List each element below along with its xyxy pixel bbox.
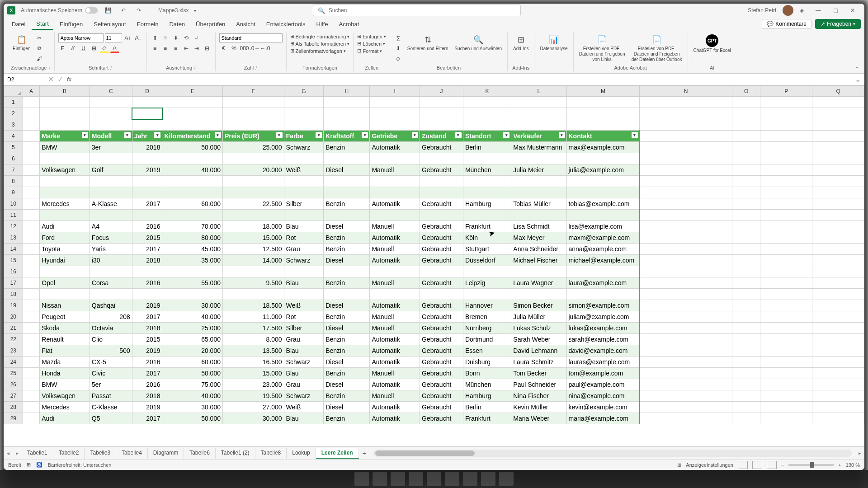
cell[interactable] (760, 187, 812, 198)
cell[interactable] (40, 289, 90, 300)
cell[interactable]: 18.000 (222, 221, 284, 232)
cell[interactable] (732, 345, 760, 357)
cell[interactable] (760, 289, 812, 300)
cell[interactable] (324, 187, 370, 198)
cell[interactable] (812, 345, 864, 357)
add-sheet-button[interactable]: + (359, 450, 370, 457)
cell[interactable] (222, 187, 284, 198)
cell[interactable] (640, 289, 732, 300)
cell[interactable] (23, 131, 40, 142)
cell[interactable] (760, 390, 812, 402)
cell[interactable]: Blau (284, 277, 324, 289)
cell[interactable]: Audi (40, 413, 90, 424)
cell[interactable]: Kraftstoff (324, 131, 370, 142)
cell[interactable]: 30.000 (162, 402, 223, 413)
row-header[interactable]: 22 (4, 334, 23, 345)
row-header[interactable]: 16 (4, 266, 23, 277)
cell[interactable]: 35.000 (162, 255, 223, 266)
cell[interactable] (420, 176, 463, 187)
cell[interactable] (812, 142, 864, 153)
decrease-font-button[interactable]: A↓ (134, 33, 143, 42)
cell[interactable]: Farbe (284, 131, 324, 142)
insert-cells-button[interactable]: ⊞Einfügen▾ (357, 33, 386, 39)
cell[interactable] (812, 108, 864, 119)
cell[interactable] (23, 277, 40, 289)
cell[interactable] (324, 210, 370, 221)
cell[interactable] (760, 323, 812, 334)
cell[interactable] (640, 255, 732, 266)
cell[interactable]: Manuell (370, 244, 420, 255)
cell[interactable] (732, 176, 760, 187)
cell[interactable] (640, 198, 732, 210)
sheet-tab[interactable]: Tabelle3 (85, 448, 116, 459)
cell[interactable] (420, 289, 463, 300)
cell[interactable] (40, 108, 90, 119)
cell[interactable]: Audi (40, 221, 90, 232)
cell[interactable] (132, 97, 162, 108)
cell[interactable]: Gebraucht (420, 334, 463, 345)
cell[interactable] (132, 119, 162, 131)
cell[interactable]: Gebraucht (420, 300, 463, 311)
cell[interactable]: Automatik (370, 142, 420, 153)
cell[interactable]: 2016 (132, 277, 162, 289)
cell[interactable] (132, 187, 162, 198)
sheet-tab[interactable]: Tabelle2 (53, 448, 85, 459)
cell[interactable]: 16.500 (222, 357, 284, 368)
cell[interactable] (732, 255, 760, 266)
row-header[interactable]: 15 (4, 255, 23, 266)
cell[interactable] (760, 97, 812, 108)
cell[interactable] (640, 176, 732, 187)
column-header[interactable]: I (370, 86, 420, 97)
cell[interactable] (812, 368, 864, 379)
increase-indent-button[interactable]: ⇥ (192, 44, 201, 53)
select-all-button[interactable] (4, 86, 23, 97)
sheet-tab[interactable]: Tabelle1 (2) (216, 448, 255, 459)
cell[interactable] (732, 210, 760, 221)
cell[interactable] (420, 266, 463, 277)
sheet-tab[interactable]: Leere Zeilen (316, 448, 359, 459)
cell[interactable] (23, 244, 40, 255)
cell[interactable] (812, 277, 864, 289)
row-header[interactable]: 9 (4, 187, 23, 198)
cell[interactable]: 2017 (132, 198, 162, 210)
cell[interactable]: 60.000 (162, 357, 223, 368)
column-header[interactable]: L (511, 86, 566, 97)
cell[interactable]: Silber (284, 198, 324, 210)
cell[interactable] (40, 210, 90, 221)
cell[interactable] (812, 357, 864, 368)
row-header[interactable]: 4 (4, 131, 23, 142)
fill-button[interactable]: ⬇ (394, 44, 403, 53)
cell[interactable]: 23.000 (222, 379, 284, 390)
cell[interactable] (162, 108, 223, 119)
cell[interactable]: lauras@example.com (566, 357, 640, 368)
dialog-launcher-icon[interactable]: ⧸ (110, 66, 112, 70)
cell[interactable] (222, 108, 284, 119)
cell[interactable] (23, 221, 40, 232)
cell[interactable]: A4 (90, 221, 132, 232)
cell[interactable] (732, 289, 760, 300)
taskbar-item[interactable] (481, 472, 495, 486)
row-header[interactable]: 19 (4, 300, 23, 311)
cell[interactable] (511, 187, 566, 198)
cell[interactable]: BMW (40, 379, 90, 390)
cell[interactable] (640, 368, 732, 379)
cell[interactable] (132, 108, 162, 119)
find-select-button[interactable]: 🔍Suchen und Auswählen (453, 33, 504, 52)
row-header[interactable]: 20 (4, 311, 23, 323)
cell[interactable] (23, 402, 40, 413)
orientation-button[interactable]: ⟲ (182, 33, 191, 42)
zoom-in-button[interactable]: + (838, 462, 841, 468)
menu-start[interactable]: Start (32, 19, 53, 30)
stats-icon[interactable]: ⊞ (27, 462, 31, 468)
format-cells-button[interactable]: ⊡Format▾ (357, 48, 386, 54)
cell[interactable] (23, 153, 40, 164)
cell[interactable]: Benzin (324, 390, 370, 402)
paste-button[interactable]: 📋Einfügen (11, 33, 32, 52)
cell[interactable] (812, 379, 864, 390)
cell[interactable]: 30.000 (162, 300, 223, 311)
cell[interactable]: Standort (463, 131, 511, 142)
sheet-tab[interactable]: Tabelle8 (255, 448, 287, 459)
cell[interactable] (812, 244, 864, 255)
column-header[interactable]: H (324, 86, 370, 97)
cell[interactable] (812, 97, 864, 108)
